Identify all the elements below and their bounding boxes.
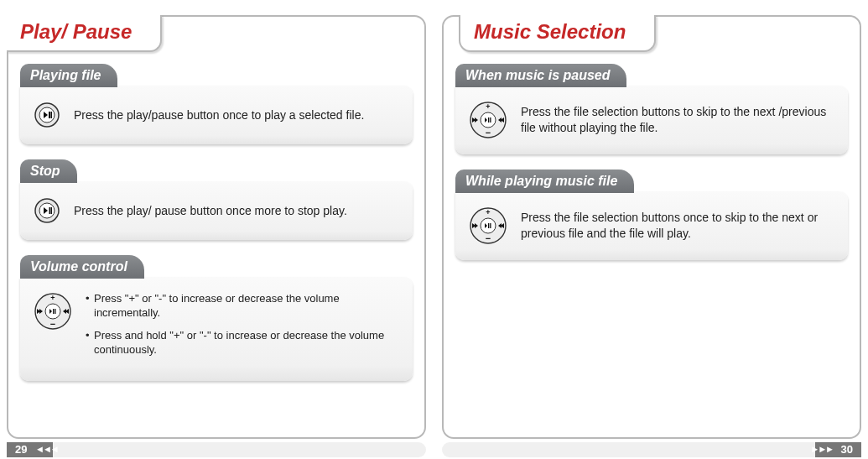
svg-text:−: − bbox=[486, 128, 491, 138]
section-body: + − Press "+" or "-" to increase or decr… bbox=[20, 277, 413, 381]
bullet-item: Press "+" or "-" to increase or decrease… bbox=[86, 292, 399, 321]
svg-rect-9 bbox=[51, 207, 53, 214]
page-number-bar: 29 ◄◄◄ bbox=[7, 442, 426, 457]
svg-rect-26 bbox=[488, 223, 489, 228]
svg-rect-14 bbox=[53, 309, 54, 314]
page-arrows-icon: ►►► bbox=[810, 444, 833, 454]
svg-rect-8 bbox=[49, 207, 51, 214]
playpause-icon bbox=[34, 197, 60, 224]
left-tab: Play/ Pause bbox=[7, 15, 162, 52]
section-stop: Stop Press the play/ pause button once m… bbox=[20, 159, 413, 240]
svg-text:+: + bbox=[50, 294, 55, 302]
dpad-icon: + − bbox=[469, 206, 507, 245]
page-number: 30 bbox=[841, 443, 853, 456]
section-body: Press the play/pause button once to play… bbox=[20, 86, 413, 144]
svg-rect-4 bbox=[49, 112, 51, 118]
section-paused: When music is paused + − bbox=[455, 64, 848, 154]
section-text: Press the play/pause button once to play… bbox=[74, 107, 364, 123]
page-number: 29 bbox=[15, 443, 27, 456]
dpad-icon: + − bbox=[34, 292, 72, 331]
page-number-bar: 30 ►►► bbox=[442, 442, 861, 457]
svg-text:+: + bbox=[486, 102, 490, 111]
section-playing: While playing music file + − bbox=[455, 170, 848, 260]
section-volume: Volume control + − bbox=[20, 255, 413, 381]
section-body: Press the play/ pause button once more t… bbox=[20, 181, 413, 240]
page-arrows-icon: ◄◄◄ bbox=[35, 444, 58, 454]
left-sections: Playing file Press the play/ bbox=[8, 17, 424, 381]
svg-text:−: − bbox=[50, 319, 55, 329]
section-header: Volume control bbox=[20, 255, 144, 279]
dpad-icon: + − bbox=[469, 101, 507, 139]
section-header: When music is paused bbox=[455, 64, 626, 87]
right-sections: When music is paused + − bbox=[444, 17, 860, 260]
playpause-icon bbox=[34, 102, 60, 128]
right-page: Music Selection When music is paused + − bbox=[442, 0, 861, 459]
section-header: While playing music file bbox=[455, 170, 634, 193]
right-panel: Music Selection When music is paused + − bbox=[442, 15, 861, 439]
svg-text:−: − bbox=[486, 233, 491, 243]
section-bullets: Press "+" or "-" to increase or decrease… bbox=[86, 292, 399, 366]
section-header: Playing file bbox=[20, 64, 117, 87]
section-playing-file: Playing file Press the play/ bbox=[20, 64, 413, 144]
left-page: Play/ Pause Playing file bbox=[7, 0, 426, 459]
bullet-item: Press and hold "+" or "-" to increase or… bbox=[86, 329, 399, 357]
right-tab: Music Selection bbox=[459, 15, 656, 52]
section-text: Press the file selection buttons to skip… bbox=[521, 104, 834, 136]
svg-rect-20 bbox=[488, 117, 489, 123]
left-tab-title: Play/ Pause bbox=[20, 20, 132, 44]
svg-rect-21 bbox=[490, 117, 491, 123]
svg-rect-27 bbox=[490, 223, 491, 228]
left-panel: Play/ Pause Playing file bbox=[7, 15, 426, 439]
svg-rect-15 bbox=[55, 309, 55, 314]
section-text: Press the play/ pause button once more t… bbox=[74, 203, 347, 219]
svg-text:+: + bbox=[486, 208, 490, 216]
right-tab-title: Music Selection bbox=[474, 20, 626, 44]
section-body: + − Press the file selection buttons to … bbox=[455, 86, 848, 154]
section-text: Press the file selection buttons once to… bbox=[521, 210, 834, 242]
svg-rect-5 bbox=[51, 112, 53, 118]
section-header: Stop bbox=[20, 159, 77, 183]
section-body: + − Press the file selection buttons onc… bbox=[455, 191, 848, 260]
